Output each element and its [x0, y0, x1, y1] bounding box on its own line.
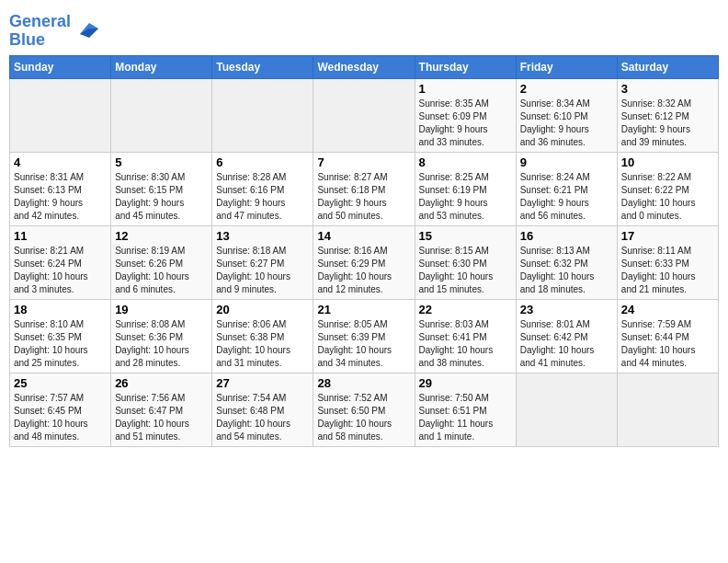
- calendar-cell: 11Sunrise: 8:21 AM Sunset: 6:24 PM Dayli…: [10, 225, 111, 299]
- calendar-cell: 14Sunrise: 8:16 AM Sunset: 6:29 PM Dayli…: [313, 225, 415, 299]
- day-detail: Sunrise: 7:54 AM Sunset: 6:48 PM Dayligh…: [216, 392, 309, 443]
- calendar-week-row: 18Sunrise: 8:10 AM Sunset: 6:35 PM Dayli…: [10, 299, 719, 373]
- day-detail: Sunrise: 8:28 AM Sunset: 6:16 PM Dayligh…: [216, 171, 309, 223]
- day-number: 16: [520, 229, 613, 243]
- day-detail: Sunrise: 7:50 AM Sunset: 6:51 PM Dayligh…: [419, 392, 512, 443]
- calendar-cell: 5Sunrise: 8:30 AM Sunset: 6:15 PM Daylig…: [111, 152, 212, 225]
- svg-marker-1: [80, 29, 98, 38]
- day-number: 14: [317, 229, 410, 243]
- day-number: 21: [317, 303, 410, 316]
- calendar-cell: [111, 78, 212, 152]
- day-detail: Sunrise: 8:03 AM Sunset: 6:41 PM Dayligh…: [419, 318, 512, 370]
- weekday-header: Saturday: [617, 55, 718, 78]
- calendar-cell: 28Sunrise: 7:52 AM Sunset: 6:50 PM Dayli…: [313, 373, 415, 446]
- day-detail: Sunrise: 8:22 AM Sunset: 6:22 PM Dayligh…: [621, 171, 714, 223]
- calendar-cell: 16Sunrise: 8:13 AM Sunset: 6:32 PM Dayli…: [516, 225, 617, 299]
- calendar-cell: 9Sunrise: 8:24 AM Sunset: 6:21 PM Daylig…: [516, 152, 617, 225]
- weekday-header: Wednesday: [313, 55, 415, 78]
- day-detail: Sunrise: 8:32 AM Sunset: 6:12 PM Dayligh…: [621, 98, 714, 149]
- day-number: 18: [14, 303, 107, 316]
- day-detail: Sunrise: 7:56 AM Sunset: 6:47 PM Dayligh…: [115, 392, 208, 443]
- day-detail: Sunrise: 8:05 AM Sunset: 6:39 PM Dayligh…: [317, 318, 410, 370]
- day-detail: Sunrise: 8:10 AM Sunset: 6:35 PM Dayligh…: [14, 318, 107, 370]
- calendar-cell: 22Sunrise: 8:03 AM Sunset: 6:41 PM Dayli…: [415, 299, 516, 373]
- calendar-cell: 24Sunrise: 7:59 AM Sunset: 6:44 PM Dayli…: [617, 299, 718, 373]
- calendar-cell: 27Sunrise: 7:54 AM Sunset: 6:48 PM Dayli…: [212, 373, 313, 446]
- calendar-header-row: SundayMondayTuesdayWednesdayThursdayFrid…: [10, 55, 719, 78]
- calendar-cell: 21Sunrise: 8:05 AM Sunset: 6:39 PM Dayli…: [313, 299, 415, 373]
- day-detail: Sunrise: 8:35 AM Sunset: 6:09 PM Dayligh…: [419, 98, 512, 149]
- day-number: 15: [419, 229, 512, 243]
- day-number: 10: [621, 155, 714, 169]
- day-detail: Sunrise: 8:31 AM Sunset: 6:13 PM Dayligh…: [14, 171, 107, 223]
- day-detail: Sunrise: 8:30 AM Sunset: 6:15 PM Dayligh…: [115, 171, 208, 223]
- day-detail: Sunrise: 7:59 AM Sunset: 6:44 PM Dayligh…: [621, 318, 714, 370]
- day-detail: Sunrise: 8:21 AM Sunset: 6:24 PM Dayligh…: [14, 245, 107, 296]
- calendar-table: SundayMondayTuesdayWednesdayThursdayFrid…: [9, 55, 719, 447]
- calendar-cell: [617, 373, 718, 446]
- logo-icon: [73, 16, 100, 43]
- day-number: 19: [115, 303, 208, 316]
- day-number: 5: [115, 155, 208, 169]
- calendar-cell: 26Sunrise: 7:56 AM Sunset: 6:47 PM Dayli…: [111, 373, 212, 446]
- day-number: 9: [520, 155, 613, 169]
- calendar-cell: 13Sunrise: 8:18 AM Sunset: 6:27 PM Dayli…: [212, 225, 313, 299]
- day-number: 28: [317, 376, 410, 390]
- day-number: 4: [14, 155, 107, 169]
- calendar-cell: 6Sunrise: 8:28 AM Sunset: 6:16 PM Daylig…: [212, 152, 313, 225]
- calendar-cell: 10Sunrise: 8:22 AM Sunset: 6:22 PM Dayli…: [617, 152, 718, 225]
- calendar-cell: [212, 78, 313, 152]
- day-number: 11: [14, 229, 107, 243]
- day-number: 17: [621, 229, 714, 243]
- day-detail: Sunrise: 8:18 AM Sunset: 6:27 PM Dayligh…: [216, 245, 309, 296]
- calendar-cell: 19Sunrise: 8:08 AM Sunset: 6:36 PM Dayli…: [111, 299, 212, 373]
- day-number: 23: [520, 303, 613, 316]
- day-number: 3: [621, 82, 714, 96]
- day-detail: Sunrise: 8:11 AM Sunset: 6:33 PM Dayligh…: [621, 245, 714, 296]
- day-detail: Sunrise: 8:01 AM Sunset: 6:42 PM Dayligh…: [520, 318, 613, 370]
- day-number: 13: [216, 229, 309, 243]
- day-detail: Sunrise: 8:19 AM Sunset: 6:26 PM Dayligh…: [115, 245, 208, 296]
- logo: General Blue: [9, 13, 100, 50]
- weekday-header: Thursday: [415, 55, 516, 78]
- calendar-week-row: 25Sunrise: 7:57 AM Sunset: 6:45 PM Dayli…: [10, 373, 719, 446]
- day-detail: Sunrise: 8:15 AM Sunset: 6:30 PM Dayligh…: [419, 245, 512, 296]
- day-number: 29: [419, 376, 512, 390]
- calendar-cell: 7Sunrise: 8:27 AM Sunset: 6:18 PM Daylig…: [313, 152, 415, 225]
- calendar-cell: 20Sunrise: 8:06 AM Sunset: 6:38 PM Dayli…: [212, 299, 313, 373]
- day-number: 25: [14, 376, 107, 390]
- weekday-header: Monday: [111, 55, 212, 78]
- calendar-week-row: 4Sunrise: 8:31 AM Sunset: 6:13 PM Daylig…: [10, 152, 719, 225]
- day-detail: Sunrise: 8:13 AM Sunset: 6:32 PM Dayligh…: [520, 245, 613, 296]
- day-number: 20: [216, 303, 309, 316]
- logo-text: General Blue: [9, 13, 71, 50]
- calendar-cell: 29Sunrise: 7:50 AM Sunset: 6:51 PM Dayli…: [415, 373, 516, 446]
- day-number: 8: [419, 155, 512, 169]
- calendar-cell: 1Sunrise: 8:35 AM Sunset: 6:09 PM Daylig…: [415, 78, 516, 152]
- day-number: 6: [216, 155, 309, 169]
- day-number: 24: [621, 303, 714, 316]
- day-number: 27: [216, 376, 309, 390]
- calendar-cell: 18Sunrise: 8:10 AM Sunset: 6:35 PM Dayli…: [10, 299, 111, 373]
- calendar-cell: 12Sunrise: 8:19 AM Sunset: 6:26 PM Dayli…: [111, 225, 212, 299]
- calendar-cell: 8Sunrise: 8:25 AM Sunset: 6:19 PM Daylig…: [415, 152, 516, 225]
- calendar-cell: 23Sunrise: 8:01 AM Sunset: 6:42 PM Dayli…: [516, 299, 617, 373]
- day-number: 26: [115, 376, 208, 390]
- day-number: 2: [520, 82, 613, 96]
- page-header: General Blue: [9, 9, 719, 50]
- calendar-cell: 3Sunrise: 8:32 AM Sunset: 6:12 PM Daylig…: [617, 78, 718, 152]
- weekday-header: Friday: [516, 55, 617, 78]
- day-detail: Sunrise: 7:57 AM Sunset: 6:45 PM Dayligh…: [14, 392, 107, 443]
- day-detail: Sunrise: 8:25 AM Sunset: 6:19 PM Dayligh…: [419, 171, 512, 223]
- day-detail: Sunrise: 8:06 AM Sunset: 6:38 PM Dayligh…: [216, 318, 309, 370]
- day-number: 12: [115, 229, 208, 243]
- day-number: 7: [317, 155, 410, 169]
- day-number: 22: [419, 303, 512, 316]
- calendar-cell: 15Sunrise: 8:15 AM Sunset: 6:30 PM Dayli…: [415, 225, 516, 299]
- day-number: 1: [419, 82, 512, 96]
- calendar-cell: 25Sunrise: 7:57 AM Sunset: 6:45 PM Dayli…: [10, 373, 111, 446]
- weekday-header: Tuesday: [212, 55, 313, 78]
- day-detail: Sunrise: 7:52 AM Sunset: 6:50 PM Dayligh…: [317, 392, 410, 443]
- day-detail: Sunrise: 8:27 AM Sunset: 6:18 PM Dayligh…: [317, 171, 410, 223]
- day-detail: Sunrise: 8:24 AM Sunset: 6:21 PM Dayligh…: [520, 171, 613, 223]
